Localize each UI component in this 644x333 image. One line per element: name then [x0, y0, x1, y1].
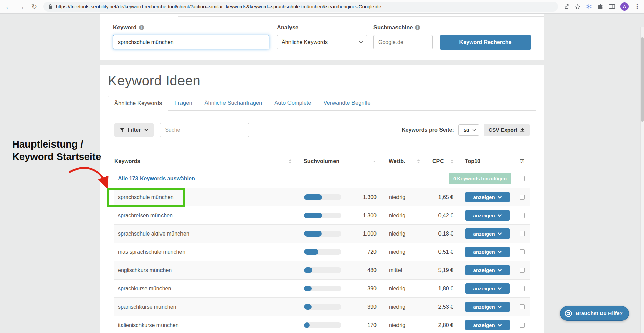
keyword-cell: sprachkurse münchen: [114, 280, 297, 297]
chevron-down-icon: [498, 232, 502, 235]
table-row: italienischkurse münchen 170 niedrig 2,8…: [114, 316, 530, 333]
anzeigen-button[interactable]: anzeigen: [465, 247, 510, 257]
chevron-down-icon: [498, 287, 502, 290]
keyword-label: Keyword: [113, 24, 137, 31]
row-checkbox[interactable]: [520, 304, 525, 309]
help-button-label: Brauchst Du Hilfe?: [575, 310, 623, 316]
anzeigen-button[interactable]: anzeigen: [465, 320, 510, 330]
volume-value: 1.300: [363, 194, 377, 200]
header-cpc[interactable]: CPC: [424, 154, 460, 169]
row-checkbox[interactable]: [520, 231, 525, 236]
page-scrollbar[interactable]: [640, 27, 644, 333]
bookmark-star-icon[interactable]: [575, 4, 581, 10]
page-body: Keyword i Analyse Ähnliche Keywords: [0, 14, 644, 333]
tab-aehnliche-suchanfragen[interactable]: Ähnliche Suchanfragen: [198, 96, 269, 110]
csv-export-button[interactable]: CSV Export: [484, 124, 530, 136]
chevron-down-icon: [498, 324, 502, 327]
sort-icon[interactable]: [289, 159, 292, 163]
header-keywords[interactable]: Keywords: [114, 154, 297, 169]
select-all-link[interactable]: Alle 173 Keywords auswählen: [114, 176, 195, 182]
help-button[interactable]: Brauchst Du Hilfe?: [560, 306, 629, 321]
row-checkbox[interactable]: [520, 195, 525, 200]
row-checkbox[interactable]: [520, 323, 525, 328]
reload-icon[interactable]: ↻: [30, 3, 38, 10]
sort-icon[interactable]: [451, 159, 453, 163]
volume-bar: [304, 304, 341, 310]
volume-bar: [304, 213, 341, 218]
keyword-cell: englischkurs münchen: [114, 261, 297, 279]
volume-value: 1.300: [363, 213, 377, 219]
suchmaschine-info-icon[interactable]: i: [415, 25, 420, 30]
back-icon[interactable]: ←: [5, 3, 12, 10]
keyword-recherche-button[interactable]: Keyword Recherche: [440, 35, 531, 50]
check-all-icon[interactable]: ☑: [519, 158, 524, 165]
lock-icon: [48, 4, 52, 9]
volume-value: 1.000: [363, 231, 377, 237]
keyword-info-icon[interactable]: i: [139, 25, 144, 30]
tab-fragen[interactable]: Fragen: [168, 96, 198, 110]
url-text: https://freetools.seobility.net/de/keywo…: [56, 4, 381, 9]
volume-bar-fill: [304, 286, 312, 291]
cpc-cell: 0,42 €: [424, 206, 460, 224]
anzeigen-label: anzeigen: [473, 194, 495, 200]
sort-icon[interactable]: [417, 159, 420, 163]
anzeigen-label: anzeigen: [473, 231, 495, 237]
row-checkbox[interactable]: [520, 213, 525, 218]
header-select-all[interactable]: ☑: [515, 154, 530, 169]
cpc-cell: 0,18 €: [424, 225, 460, 243]
card-tab-border-left: [112, 14, 112, 16]
cpc-cell: 5,19 €: [424, 261, 460, 279]
row-checkbox[interactable]: [520, 249, 525, 254]
cpc-cell: 1,65 €: [424, 188, 460, 206]
tab-auto-complete[interactable]: Auto Complete: [268, 96, 317, 110]
results-card: Keyword Ideen Ähnliche Keywords Fragen Ä…: [100, 65, 544, 333]
address-bar[interactable]: https://freetools.seobility.net/de/keywo…: [43, 2, 558, 12]
header-wettb[interactable]: Wettb.: [382, 154, 424, 169]
keyword-cell: italienischkurse münchen: [114, 316, 297, 333]
sort-icon[interactable]: [373, 161, 376, 162]
cpc-cell: 2,80 €: [424, 316, 460, 333]
extension-snowflake-icon[interactable]: [586, 4, 592, 9]
suchmaschine-input[interactable]: [373, 35, 433, 49]
scrollbar-thumb[interactable]: [641, 37, 644, 122]
anzeigen-button[interactable]: anzeigen: [465, 228, 510, 239]
anzeigen-label: anzeigen: [473, 304, 495, 310]
analyse-select[interactable]: Ähnliche Keywords: [277, 35, 367, 49]
extensions-puzzle-icon[interactable]: [597, 4, 603, 10]
annotation-text: Hauptleistung / Keyword Startseite: [12, 138, 101, 163]
tab-verwandte-begriffe[interactable]: Verwandte Begriffe: [317, 96, 377, 110]
volume-bar-fill: [304, 304, 312, 310]
chevron-down-icon: [498, 269, 502, 272]
per-page-select[interactable]: 50: [458, 124, 479, 136]
select-all-checkbox[interactable]: [520, 176, 525, 181]
anzeigen-button[interactable]: anzeigen: [465, 265, 510, 275]
filter-button[interactable]: Filter: [114, 123, 154, 137]
browser-menu-icon[interactable]: ⋮: [634, 3, 640, 10]
add-keywords-button[interactable]: 0 Keywords hinzufügen: [449, 173, 511, 184]
row-checkbox[interactable]: [520, 268, 525, 273]
table-row: sprachreisen münchen 1.300 niedrig 0,42 …: [114, 206, 530, 225]
per-page-label: Keywords pro Seite:: [402, 127, 454, 133]
tab-aehnliche-keywords[interactable]: Ähnliche Keywords: [108, 96, 168, 111]
anzeigen-button[interactable]: anzeigen: [465, 192, 510, 202]
row-checkbox[interactable]: [520, 286, 525, 291]
chevron-down-icon: [359, 41, 363, 44]
anzeigen-button[interactable]: anzeigen: [465, 302, 510, 312]
profile-avatar[interactable]: A: [620, 2, 629, 11]
forward-icon[interactable]: →: [18, 3, 25, 10]
search-input[interactable]: [160, 123, 249, 137]
share-icon[interactable]: [563, 4, 569, 9]
header-suchvolumen[interactable]: Suchvolumen: [297, 154, 382, 169]
chevron-down-icon: [498, 214, 502, 217]
volume-bar: [304, 286, 341, 291]
volume-bar-fill: [304, 194, 322, 200]
anzeigen-button[interactable]: anzeigen: [465, 210, 510, 221]
analyse-selected-value: Ähnliche Keywords: [282, 39, 328, 45]
volume-bar-fill: [304, 322, 310, 328]
chevron-down-icon: [498, 196, 502, 199]
keyword-input[interactable]: [113, 35, 269, 49]
table-row: spanischkurse münchen 390 niedrig 2,53 €…: [114, 298, 530, 316]
sidepanel-icon[interactable]: [609, 4, 615, 9]
anzeigen-label: anzeigen: [473, 213, 495, 218]
anzeigen-button[interactable]: anzeigen: [465, 283, 510, 294]
